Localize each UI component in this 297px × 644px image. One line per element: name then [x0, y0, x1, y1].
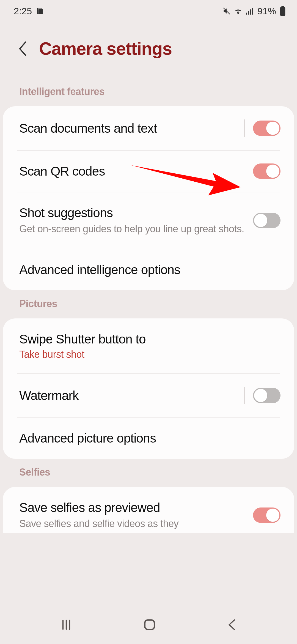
watermark-toggle[interactable]: [253, 388, 280, 403]
status-left: 2:25: [14, 6, 43, 17]
status-time: 2:25: [14, 6, 32, 17]
svg-rect-1: [39, 9, 43, 14]
svg-rect-13: [145, 620, 155, 630]
divider: [244, 119, 245, 137]
nav-back-icon[interactable]: [226, 618, 237, 631]
signal-icon: [246, 7, 254, 15]
svg-rect-5: [250, 9, 251, 15]
row-scan-qr[interactable]: Scan QR codes: [3, 150, 294, 192]
page-title: Camera settings: [39, 39, 172, 59]
card-selfies: Save selfies as previewed Save selfies a…: [3, 487, 294, 533]
row-advanced-picture[interactable]: Advanced picture options: [3, 417, 294, 459]
svg-rect-6: [252, 8, 253, 15]
save-selfies-title: Save selfies as previewed: [19, 500, 253, 515]
shot-suggestions-subtitle: Get on-screen guides to help you line up…: [19, 222, 253, 236]
header: Camera settings: [0, 22, 297, 78]
card-intelligent: Scan documents and text Scan QR codes Sh…: [3, 106, 294, 290]
advanced-picture-title: Advanced picture options: [19, 431, 280, 446]
svg-rect-8: [280, 7, 285, 16]
nav-recents-icon[interactable]: [60, 618, 73, 631]
row-watermark[interactable]: Watermark: [3, 373, 294, 417]
row-swipe-shutter[interactable]: Swipe Shutter button to Take burst shot: [3, 318, 294, 373]
scan-qr-title: Scan QR codes: [19, 164, 253, 179]
section-header-pictures: Pictures: [0, 290, 297, 318]
section-header-selfies: Selfies: [0, 459, 297, 487]
battery-icon: [279, 6, 286, 16]
window-icon: [36, 7, 43, 15]
swipe-shutter-title: Swipe Shutter button to: [19, 332, 280, 346]
status-right: 91%: [223, 6, 286, 17]
svg-rect-4: [248, 11, 249, 15]
mute-icon: [223, 7, 230, 15]
shot-suggestions-toggle[interactable]: [253, 213, 280, 228]
row-save-selfies[interactable]: Save selfies as previewed Save selfies a…: [3, 487, 294, 533]
nav-home-icon[interactable]: [142, 618, 157, 632]
save-selfies-subtitle: Save selfies and selfie videos as they: [19, 517, 253, 531]
scan-qr-toggle[interactable]: [253, 163, 280, 179]
section-header-intelligent: Intelligent features: [0, 78, 297, 106]
watermark-title: Watermark: [19, 388, 240, 403]
status-battery-text: 91%: [257, 6, 276, 17]
status-bar: 2:25 91%: [0, 0, 297, 22]
navigation-bar: [0, 605, 297, 644]
swipe-shutter-value: Take burst shot: [19, 349, 280, 360]
back-icon[interactable]: [16, 40, 28, 57]
card-pictures: Swipe Shutter button to Take burst shot …: [3, 318, 294, 459]
row-scan-documents[interactable]: Scan documents and text: [3, 106, 294, 150]
advanced-intelligence-title: Advanced intelligence options: [19, 262, 280, 277]
svg-rect-7: [281, 6, 284, 7]
divider: [244, 387, 245, 404]
row-shot-suggestions[interactable]: Shot suggestions Get on-screen guides to…: [3, 192, 294, 249]
shot-suggestions-title: Shot suggestions: [19, 205, 253, 220]
wifi-icon: [234, 7, 243, 15]
scan-documents-title: Scan documents and text: [19, 121, 240, 136]
row-advanced-intelligence[interactable]: Advanced intelligence options: [3, 249, 294, 290]
save-selfies-toggle[interactable]: [253, 507, 280, 523]
svg-rect-3: [246, 13, 247, 15]
scan-documents-toggle[interactable]: [253, 121, 280, 136]
